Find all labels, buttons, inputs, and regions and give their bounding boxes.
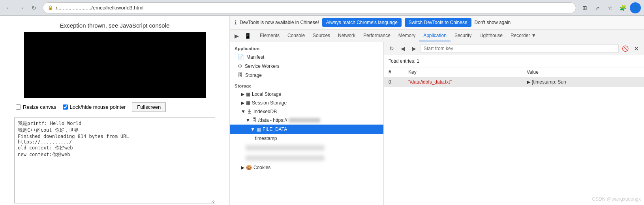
file-data-label: FILE_DATA bbox=[263, 127, 287, 132]
back-button[interactable]: ← bbox=[3, 2, 14, 13]
blurred-entry-2 bbox=[246, 155, 325, 161]
tab-sources[interactable]: Sources bbox=[309, 30, 334, 41]
sidebar-item-manifest[interactable]: 📄 Manifest bbox=[230, 52, 383, 62]
blurred-entry-1 bbox=[246, 145, 325, 151]
table-row[interactable]: 0 "/data/idbfs_data.txt" ▶ {timestamp: S… bbox=[384, 77, 644, 87]
close-button[interactable]: ✕ bbox=[631, 44, 641, 53]
tab-network[interactable]: Network bbox=[334, 30, 359, 41]
cell-value: ▶ {timestamp: Sun bbox=[522, 77, 644, 87]
sidebar-item-service-workers[interactable]: ⚙ Service Workers bbox=[230, 62, 383, 71]
indexed-db-icon: 🗄 bbox=[247, 109, 252, 114]
dont-show-again-link[interactable]: Don't show again bbox=[475, 20, 511, 25]
nav-buttons: ← → ↻ bbox=[3, 2, 39, 13]
sidebar-blurred-1[interactable] bbox=[230, 143, 383, 153]
sidebar-item-storage[interactable]: 🗄 Storage bbox=[230, 71, 383, 80]
tab-recorder[interactable]: Recorder ▼ bbox=[507, 30, 540, 41]
address-bar[interactable]: 🔒 r......................../emcc/hellowo… bbox=[43, 2, 576, 13]
extensions-button[interactable]: 🧩 bbox=[617, 2, 628, 13]
browser-chrome: ← → ↻ 🔒 r......................../emcc/h… bbox=[0, 0, 644, 16]
cell-row-num: 0 bbox=[384, 77, 404, 87]
refresh-button[interactable]: ↻ bbox=[387, 44, 396, 53]
share-button[interactable]: ➚ bbox=[592, 2, 603, 13]
prev-button[interactable]: ◀ bbox=[398, 44, 407, 53]
sidebar-cookies[interactable]: ▶ 🍪 Cookies bbox=[230, 163, 383, 172]
local-storage-label: Local Storage bbox=[252, 91, 281, 97]
col-header-num: # bbox=[384, 67, 404, 77]
storage-label: Storage bbox=[245, 73, 262, 78]
cookies-icon: 🍪 bbox=[246, 165, 252, 170]
tab-console[interactable]: Console bbox=[284, 30, 309, 41]
cookies-arrow: ▶ bbox=[241, 165, 244, 170]
indexed-db-label: IndexedDB bbox=[253, 109, 277, 114]
resize-canvas-label[interactable]: Resize canvas bbox=[16, 104, 56, 110]
data-entry-blurred bbox=[289, 118, 320, 123]
info-banner: ℹ DevTools is now available in Chinese! … bbox=[230, 16, 644, 30]
sidebar-indexed-db[interactable]: ▼ 🗄 IndexedDB bbox=[230, 107, 383, 116]
service-workers-icon: ⚙ bbox=[238, 63, 242, 69]
console-output[interactable]: 我是printf: Hello World 我是C++的cout 你好，世界 F… bbox=[14, 117, 215, 203]
sidebar-timestamp[interactable]: timestamp bbox=[230, 134, 383, 143]
manifest-label: Manifest bbox=[246, 54, 264, 60]
browser-actions: ⊞ ➚ ☆ 🧩 👤 bbox=[579, 2, 641, 13]
tab-performance[interactable]: Performance bbox=[359, 30, 394, 41]
lock-icon: 🔒 bbox=[48, 5, 53, 10]
error-message: Exception thrown, see JavaScript console bbox=[0, 16, 229, 32]
search-input[interactable] bbox=[420, 44, 619, 53]
webpage-panel: Exception thrown, see JavaScript console… bbox=[0, 16, 230, 205]
cookies-label: Cookies bbox=[253, 165, 270, 170]
manifest-icon: 📄 bbox=[238, 54, 244, 60]
local-storage-arrow: ▶ bbox=[241, 91, 244, 97]
sidebar-section-storage: Storage bbox=[230, 80, 383, 90]
devtools-tabs: ▶ 📱 Elements Console Sources Network Per… bbox=[230, 30, 644, 42]
sidebar-data-entry[interactable]: ▼ 🗄 /data - https:// bbox=[230, 116, 383, 125]
content-toolbar: ↻ ◀ ▶ 🚫 ✕ bbox=[384, 42, 644, 55]
lock-mouse-label[interactable]: Lock/hide mouse pointer bbox=[63, 104, 126, 110]
table-header-row: # Key Value bbox=[384, 67, 644, 77]
always-match-language-button[interactable]: Always match Chrome's language bbox=[322, 18, 402, 27]
sidebar-file-data[interactable]: ▼ ▦ FILE_DATA bbox=[230, 125, 383, 134]
switch-to-chinese-button[interactable]: Switch DevTools to Chinese bbox=[405, 18, 471, 27]
devtools-sidebar: Application 📄 Manifest ⚙ Service Workers… bbox=[230, 42, 384, 205]
data-table: # Key Value 0 "/data/idbfs_data.txt" bbox=[384, 67, 644, 87]
tab-security[interactable]: Security bbox=[451, 30, 475, 41]
col-header-key: Key bbox=[404, 67, 522, 77]
lock-mouse-checkbox[interactable] bbox=[63, 104, 68, 110]
file-data-icon: ▦ bbox=[257, 127, 261, 132]
devtools-content: ↻ ◀ ▶ 🚫 ✕ Total entries: 1 # Key Val bbox=[384, 42, 644, 205]
session-storage-arrow: ▶ bbox=[241, 100, 244, 106]
devtools-panel: ℹ DevTools is now available in Chinese! … bbox=[230, 16, 644, 205]
clear-button[interactable]: 🚫 bbox=[620, 44, 630, 53]
cell-key: "/data/idbfs_data.txt" bbox=[404, 77, 522, 87]
sidebar-session-storage[interactable]: ▶ ▦ Session Storage bbox=[230, 99, 383, 107]
tab-memory[interactable]: Memory bbox=[394, 30, 419, 41]
storage-icon: 🗄 bbox=[238, 72, 243, 78]
tab-elements[interactable]: Elements bbox=[256, 30, 284, 41]
session-storage-icon: ▦ bbox=[246, 100, 250, 106]
indexed-db-arrow: ▼ bbox=[241, 109, 246, 114]
reload-button[interactable]: ↻ bbox=[28, 2, 39, 13]
device-toggle-button[interactable]: 📱 bbox=[242, 31, 253, 41]
fullscreen-button[interactable]: Fullscreen bbox=[132, 102, 166, 112]
tab-application[interactable]: Application bbox=[419, 30, 451, 41]
data-entry-label: /data - https:// bbox=[258, 117, 287, 123]
forward-button[interactable]: → bbox=[16, 2, 27, 13]
sidebar-blurred-2[interactable] bbox=[230, 153, 383, 163]
session-storage-label: Session Storage bbox=[252, 100, 287, 106]
key-value-text: "/data/idbfs_data.txt" bbox=[408, 79, 452, 85]
file-data-arrow: ▼ bbox=[250, 127, 255, 132]
lock-mouse-text: Lock/hide mouse pointer bbox=[70, 104, 126, 110]
value-preview-text: ▶ {timestamp: Sun bbox=[527, 79, 566, 85]
col-header-value: Value bbox=[522, 67, 644, 77]
devtools-body: Application 📄 Manifest ⚙ Service Workers… bbox=[230, 42, 644, 205]
profile-button[interactable]: 👤 bbox=[630, 2, 641, 13]
tab-lighthouse[interactable]: Lighthouse bbox=[475, 30, 507, 41]
sidebar-local-storage[interactable]: ▶ ▦ Local Storage bbox=[230, 90, 383, 99]
sidebar-section-application: Application bbox=[230, 42, 383, 52]
local-storage-icon: ▦ bbox=[246, 91, 250, 97]
next-button[interactable]: ▶ bbox=[409, 44, 419, 53]
inspect-element-button[interactable]: ▶ bbox=[231, 31, 242, 41]
translate-button[interactable]: ⊞ bbox=[579, 2, 590, 13]
resize-canvas-checkbox[interactable] bbox=[16, 104, 21, 110]
watermark: CSDN @wangxudongx bbox=[592, 196, 641, 202]
bookmark-button[interactable]: ☆ bbox=[605, 2, 616, 13]
